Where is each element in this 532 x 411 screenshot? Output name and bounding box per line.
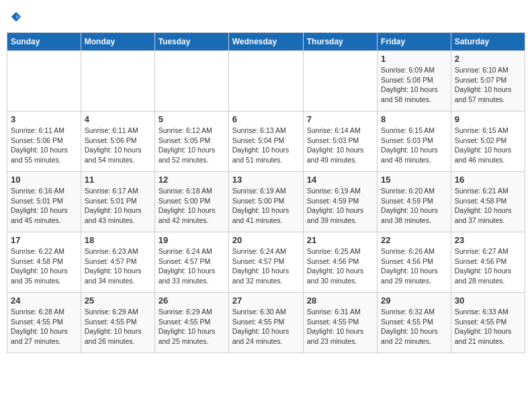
calendar-table: SundayMondayTuesdayWednesdayThursdayFrid… bbox=[7, 32, 525, 353]
day-number: 20 bbox=[232, 235, 300, 245]
day-number: 21 bbox=[307, 235, 373, 245]
calendar-cell: 7Sunrise: 6:14 AM Sunset: 5:03 PM Daylig… bbox=[303, 111, 377, 172]
calendar-cell: 21Sunrise: 6:25 AM Sunset: 4:56 PM Dayli… bbox=[303, 232, 377, 293]
day-number: 13 bbox=[232, 175, 300, 185]
day-number: 25 bbox=[85, 295, 151, 306]
day-number: 12 bbox=[159, 175, 225, 185]
day-number: 9 bbox=[455, 114, 521, 124]
calendar-cell: 18Sunrise: 6:23 AM Sunset: 4:57 PM Dayli… bbox=[81, 232, 154, 293]
weekday-header-monday: Monday bbox=[81, 33, 154, 51]
day-info: Sunrise: 6:29 AM Sunset: 4:55 PM Dayligh… bbox=[159, 307, 225, 347]
calendar-cell: 16Sunrise: 6:21 AM Sunset: 4:58 PM Dayli… bbox=[451, 172, 525, 232]
logo bbox=[9, 11, 22, 23]
calendar-cell bbox=[228, 51, 303, 111]
calendar-cell: 27Sunrise: 6:30 AM Sunset: 4:55 PM Dayli… bbox=[228, 293, 303, 353]
day-number: 5 bbox=[159, 114, 225, 124]
day-info: Sunrise: 6:28 AM Sunset: 4:55 PM Dayligh… bbox=[11, 307, 77, 347]
day-info: Sunrise: 6:15 AM Sunset: 5:02 PM Dayligh… bbox=[455, 126, 521, 165]
calendar-cell: 23Sunrise: 6:27 AM Sunset: 4:56 PM Dayli… bbox=[451, 232, 525, 293]
calendar-cell bbox=[7, 51, 81, 111]
calendar-cell: 11Sunrise: 6:17 AM Sunset: 5:01 PM Dayli… bbox=[81, 172, 154, 232]
day-info: Sunrise: 6:15 AM Sunset: 5:03 PM Dayligh… bbox=[381, 126, 447, 165]
day-info: Sunrise: 6:29 AM Sunset: 4:55 PM Dayligh… bbox=[85, 307, 151, 347]
calendar-cell bbox=[303, 51, 377, 111]
calendar-cell: 9Sunrise: 6:15 AM Sunset: 5:02 PM Daylig… bbox=[451, 111, 525, 172]
calendar-cell bbox=[81, 51, 154, 111]
calendar-cell: 20Sunrise: 6:24 AM Sunset: 4:57 PM Dayli… bbox=[228, 232, 303, 293]
day-info: Sunrise: 6:16 AM Sunset: 5:01 PM Dayligh… bbox=[11, 186, 77, 226]
day-info: Sunrise: 6:33 AM Sunset: 4:55 PM Dayligh… bbox=[455, 307, 521, 347]
day-number: 23 bbox=[455, 235, 521, 245]
day-info: Sunrise: 6:11 AM Sunset: 5:06 PM Dayligh… bbox=[85, 126, 151, 165]
day-number: 15 bbox=[381, 175, 447, 185]
calendar-cell: 5Sunrise: 6:12 AM Sunset: 5:05 PM Daylig… bbox=[154, 111, 228, 172]
day-info: Sunrise: 6:20 AM Sunset: 4:59 PM Dayligh… bbox=[381, 186, 447, 226]
day-number: 10 bbox=[11, 175, 77, 185]
day-info: Sunrise: 6:24 AM Sunset: 4:57 PM Dayligh… bbox=[159, 246, 225, 286]
day-number: 18 bbox=[85, 235, 151, 245]
day-number: 28 bbox=[307, 295, 373, 306]
calendar-cell: 6Sunrise: 6:13 AM Sunset: 5:04 PM Daylig… bbox=[228, 111, 303, 172]
day-info: Sunrise: 6:32 AM Sunset: 4:55 PM Dayligh… bbox=[381, 307, 447, 347]
calendar-cell: 17Sunrise: 6:22 AM Sunset: 4:58 PM Dayli… bbox=[7, 232, 81, 293]
day-info: Sunrise: 6:10 AM Sunset: 5:07 PM Dayligh… bbox=[455, 65, 521, 105]
day-info: Sunrise: 6:19 AM Sunset: 5:00 PM Dayligh… bbox=[232, 186, 300, 226]
day-number: 8 bbox=[381, 114, 447, 124]
day-info: Sunrise: 6:24 AM Sunset: 4:57 PM Dayligh… bbox=[232, 246, 300, 286]
day-info: Sunrise: 6:19 AM Sunset: 4:59 PM Dayligh… bbox=[307, 186, 373, 226]
day-info: Sunrise: 6:23 AM Sunset: 4:57 PM Dayligh… bbox=[85, 246, 151, 286]
weekday-header-friday: Friday bbox=[378, 33, 451, 51]
day-number: 14 bbox=[307, 175, 373, 185]
weekday-header-thursday: Thursday bbox=[303, 33, 377, 51]
calendar-cell: 8Sunrise: 6:15 AM Sunset: 5:03 PM Daylig… bbox=[378, 111, 451, 172]
day-info: Sunrise: 6:12 AM Sunset: 5:05 PM Dayligh… bbox=[159, 126, 225, 165]
day-info: Sunrise: 6:26 AM Sunset: 4:56 PM Dayligh… bbox=[381, 246, 447, 286]
calendar-cell: 12Sunrise: 6:18 AM Sunset: 5:00 PM Dayli… bbox=[154, 172, 228, 232]
day-number: 27 bbox=[232, 295, 300, 306]
day-number: 30 bbox=[455, 295, 521, 306]
day-number: 11 bbox=[85, 175, 151, 185]
day-number: 17 bbox=[11, 235, 77, 245]
day-info: Sunrise: 6:17 AM Sunset: 5:01 PM Dayligh… bbox=[85, 186, 151, 226]
day-info: Sunrise: 6:09 AM Sunset: 5:08 PM Dayligh… bbox=[381, 65, 447, 105]
day-number: 29 bbox=[381, 295, 447, 306]
calendar-cell: 25Sunrise: 6:29 AM Sunset: 4:55 PM Dayli… bbox=[81, 293, 154, 353]
day-number: 24 bbox=[11, 295, 77, 306]
day-number: 3 bbox=[11, 114, 77, 124]
weekday-header-sunday: Sunday bbox=[7, 33, 81, 51]
day-number: 7 bbox=[307, 114, 373, 124]
day-info: Sunrise: 6:11 AM Sunset: 5:06 PM Dayligh… bbox=[11, 126, 77, 165]
day-number: 22 bbox=[381, 235, 447, 245]
calendar-cell: 29Sunrise: 6:32 AM Sunset: 4:55 PM Dayli… bbox=[378, 293, 451, 353]
page-header bbox=[7, 7, 525, 27]
calendar-cell: 13Sunrise: 6:19 AM Sunset: 5:00 PM Dayli… bbox=[228, 172, 303, 232]
day-number: 6 bbox=[232, 114, 300, 124]
calendar-cell: 15Sunrise: 6:20 AM Sunset: 4:59 PM Dayli… bbox=[378, 172, 451, 232]
day-info: Sunrise: 6:30 AM Sunset: 4:55 PM Dayligh… bbox=[232, 307, 300, 347]
calendar-cell bbox=[154, 51, 228, 111]
day-info: Sunrise: 6:21 AM Sunset: 4:58 PM Dayligh… bbox=[455, 186, 521, 226]
calendar-header: SundayMondayTuesdayWednesdayThursdayFrid… bbox=[7, 33, 525, 51]
day-info: Sunrise: 6:31 AM Sunset: 4:55 PM Dayligh… bbox=[307, 307, 373, 347]
calendar-cell: 30Sunrise: 6:33 AM Sunset: 4:55 PM Dayli… bbox=[451, 293, 525, 353]
weekday-header-tuesday: Tuesday bbox=[154, 33, 228, 51]
calendar-cell: 19Sunrise: 6:24 AM Sunset: 4:57 PM Dayli… bbox=[154, 232, 228, 293]
day-info: Sunrise: 6:13 AM Sunset: 5:04 PM Dayligh… bbox=[232, 126, 300, 165]
day-number: 1 bbox=[381, 54, 447, 64]
logo-icon bbox=[10, 11, 22, 23]
day-number: 16 bbox=[455, 175, 521, 185]
day-number: 26 bbox=[159, 295, 225, 306]
calendar-cell: 2Sunrise: 6:10 AM Sunset: 5:07 PM Daylig… bbox=[451, 51, 525, 111]
calendar-cell: 10Sunrise: 6:16 AM Sunset: 5:01 PM Dayli… bbox=[7, 172, 81, 232]
calendar-cell: 4Sunrise: 6:11 AM Sunset: 5:06 PM Daylig… bbox=[81, 111, 154, 172]
day-info: Sunrise: 6:14 AM Sunset: 5:03 PM Dayligh… bbox=[307, 126, 373, 165]
calendar-cell: 22Sunrise: 6:26 AM Sunset: 4:56 PM Dayli… bbox=[378, 232, 451, 293]
day-info: Sunrise: 6:27 AM Sunset: 4:56 PM Dayligh… bbox=[455, 246, 521, 286]
day-number: 19 bbox=[159, 235, 225, 245]
day-info: Sunrise: 6:25 AM Sunset: 4:56 PM Dayligh… bbox=[307, 246, 373, 286]
calendar-cell: 3Sunrise: 6:11 AM Sunset: 5:06 PM Daylig… bbox=[7, 111, 81, 172]
weekday-header-wednesday: Wednesday bbox=[228, 33, 303, 51]
calendar-cell: 1Sunrise: 6:09 AM Sunset: 5:08 PM Daylig… bbox=[378, 51, 451, 111]
calendar-cell: 26Sunrise: 6:29 AM Sunset: 4:55 PM Dayli… bbox=[154, 293, 228, 353]
day-number: 2 bbox=[455, 54, 521, 64]
